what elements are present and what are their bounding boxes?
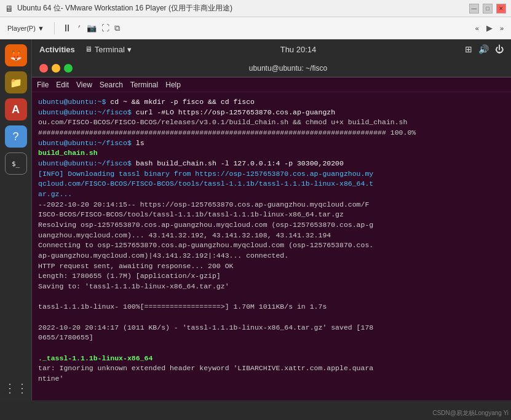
menu-view[interactable]: View: [76, 81, 92, 89]
line-14: tassl-1.1.1b-linux- 100%[===============…: [38, 302, 505, 312]
line-blank3: [38, 343, 505, 354]
line-9b: uangzhou.myqcloud.com)... 43.141.32.192,…: [38, 231, 505, 241]
line-2: ubuntu@ubuntu:~/fisco$ curl -#LO https:/…: [38, 108, 505, 118]
line-12: Length: 1780655 (1.7M) [application/x-gz…: [38, 271, 505, 282]
ubuntu-topbar: Activities 🖥 Terminal ▾ Thu 20:14 ⊞ 🔊 ⏻: [32, 39, 511, 59]
line-15b: 0655/1780655]: [38, 333, 505, 343]
terminal-menu-label[interactable]: Terminal: [95, 45, 125, 54]
line-7b: qcloud.com/FISCO-BCOS/FISCO-BCOS/tools/t…: [38, 179, 505, 189]
menu-terminal[interactable]: Terminal: [130, 81, 158, 89]
menu-search[interactable]: Search: [100, 81, 123, 89]
pause-icon[interactable]: ⏸: [62, 23, 72, 34]
line-8b: ISCO-BCOS/FISCO-BCOS/tools/tassl-1.1.1b/…: [38, 210, 505, 220]
line-3: ########################################…: [38, 128, 505, 138]
line-4: ubuntu@ubuntu:~/fisco$ ls: [38, 138, 505, 149]
terminal-minimize-button[interactable]: [52, 64, 60, 73]
system-tray: ⊞ 🔊 ⏻: [465, 44, 504, 54]
menu-help[interactable]: Help: [165, 81, 181, 89]
vmware-titlebar: 🖥 Ubuntu 64 位- VMware Workstation 16 Pla…: [0, 0, 511, 17]
main-area: 🦊 📁 A ? $_ ⋮⋮ Activities 🖥 Terminal ▾ Th…: [0, 39, 511, 400]
line-blank1: [38, 292, 505, 303]
sidebar-dots[interactable]: ⋮⋮: [4, 381, 28, 395]
unity-icon[interactable]: ⧉: [114, 23, 120, 33]
snapshot-icon[interactable]: 📷: [87, 23, 97, 33]
terminal-titlebar: ubuntu@ubuntu: ~/fisco: [32, 59, 511, 77]
terminal-menu-arrow: ▾: [127, 45, 132, 54]
terminal-menu-icon: 🖥: [85, 45, 92, 53]
terminal-content[interactable]: ubuntu@ubuntu:~$ cd ~ && mkdir -p fisco …: [32, 92, 511, 400]
close-button[interactable]: ✕: [496, 4, 506, 14]
sidebar-item-files[interactable]: 📁: [5, 71, 27, 93]
line-11: HTTP request sent, awaiting response... …: [38, 261, 505, 272]
menu-file[interactable]: File: [37, 81, 49, 89]
sidebar-item-font[interactable]: A: [5, 98, 27, 121]
nav-icon: ▶: [486, 23, 493, 33]
line-17: tar: Ignoring unknown extended header ke…: [38, 363, 505, 374]
sidebar-item-terminal[interactable]: $_: [5, 153, 27, 175]
line-8: --2022-10-20 20:14:15-- https://osp-1257…: [38, 200, 505, 210]
volume-icon[interactable]: 🔊: [478, 44, 489, 54]
line-13: Saving to: 'tassl-1.1.1b-linux-x86_64.ta…: [38, 282, 505, 292]
line-5: build_chain.sh: [38, 148, 505, 159]
line-blank2: [38, 312, 505, 323]
terminal-window: ubuntu@ubuntu: ~/fisco File Edit View Se…: [32, 59, 511, 400]
network-icon[interactable]: ⊞: [465, 44, 472, 54]
line-7: [INFO] Downloading tassl binary from htt…: [38, 169, 505, 180]
sidebar-item-firefox[interactable]: 🦊: [5, 44, 27, 66]
nav-forward-button[interactable]: »: [497, 23, 506, 33]
fullscreen-icon[interactable]: ⛶: [101, 23, 109, 33]
sidebar: 🦊 📁 A ? $_ ⋮⋮: [0, 39, 32, 400]
line-7c: ar.gz...: [38, 189, 505, 200]
content-area: Activities 🖥 Terminal ▾ Thu 20:14 ⊞ 🔊 ⏻: [32, 39, 511, 400]
terminal-close-button[interactable]: [39, 64, 48, 73]
system-clock: Thu 20:14: [132, 45, 465, 54]
vmware-title: Ubuntu 64 位- VMware Workstation 16 Playe…: [17, 3, 469, 14]
line-9: Resolving osp-1257653870.cos.ap-guangzho…: [38, 220, 505, 231]
sidebar-item-help[interactable]: ?: [5, 125, 27, 148]
toolbar-divider: [54, 22, 55, 34]
terminal-maximize-button[interactable]: [64, 64, 73, 73]
power-icon[interactable]: ⏻: [495, 44, 504, 54]
vmware-toolbar: Player(P) ▼ ⏸ ⎖ 📷 ⛶ ⧉ « ▶ »: [0, 17, 511, 39]
window-controls: — □ ✕: [469, 4, 506, 14]
minimize-button[interactable]: —: [469, 4, 479, 14]
nav-back-button[interactable]: «: [473, 23, 481, 33]
terminal-title: ubuntu@ubuntu: ~/fisco: [73, 64, 504, 73]
line-16: ._tassl-1.1.1b-linux-x86_64: [38, 354, 505, 364]
line-15: 2022-10-20 20:14:17 (1011 KB/s) - 'tassl…: [38, 323, 505, 333]
menu-edit[interactable]: Edit: [56, 81, 69, 89]
player-menu[interactable]: Player(P) ▼: [5, 23, 47, 33]
terminal-app-menu[interactable]: 🖥 Terminal ▾: [85, 45, 132, 54]
send-ctrl-alt-del-icon[interactable]: ⎖: [77, 23, 82, 33]
watermark: CSDN@易龙杨Longyang Yi: [432, 409, 509, 418]
line-2b: ou.com/FISCO-BCOS/FISCO-BCOS/releases/v3…: [38, 117, 505, 128]
line-6: ubuntu@ubuntu:~/fisco$ bash build_chain.…: [38, 159, 505, 169]
line-17b: ntine': [38, 374, 505, 384]
line-1: ubuntu@ubuntu:~$ cd ~ && mkdir -p fisco …: [38, 97, 505, 108]
terminal-menu-bar: File Edit View Search Terminal Help: [32, 77, 511, 92]
terminal-window-controls: [39, 64, 73, 73]
line-10b: ap-guangzhou.myqcloud.com)|43.141.32.192…: [38, 251, 505, 261]
activities-button[interactable]: Activities: [39, 45, 75, 54]
line-10: Connecting to osp-1257653870.cos.ap-guan…: [38, 240, 505, 251]
vmware-logo-icon: 🖥: [5, 4, 14, 14]
maximize-button[interactable]: □: [483, 4, 493, 14]
